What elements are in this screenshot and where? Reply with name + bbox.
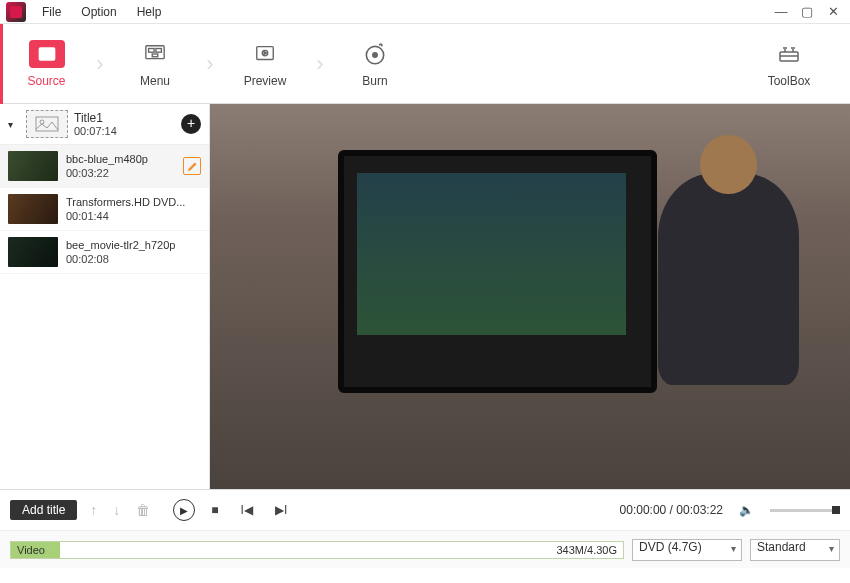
minimize-icon[interactable]: — [774, 5, 788, 19]
clip-thumbnail [8, 194, 58, 224]
next-button[interactable]: ▶I [269, 503, 293, 517]
bottom-bar: Video 343M/4.30G DVD (4.7G) Standard [0, 530, 850, 568]
time-current: 00:00:00 [620, 503, 667, 517]
tab-preview[interactable]: Preview [220, 24, 310, 104]
disc-capacity-bar: Video 343M/4.30G [10, 541, 624, 559]
tab-label: Menu [140, 74, 170, 88]
source-icon [29, 40, 65, 68]
chevron-right-icon: › [200, 24, 220, 104]
svg-rect-13 [36, 117, 58, 131]
preview-icon [247, 40, 283, 68]
svg-rect-3 [40, 54, 47, 55]
add-title-button[interactable]: Add title [10, 500, 77, 520]
title-text: Title1 00:07:14 [74, 111, 117, 137]
clip-duration: 00:02:08 [66, 253, 175, 265]
time-total: 00:03:22 [676, 503, 723, 517]
clip-name: Transformers.HD DVD... [66, 196, 185, 208]
chevron-right-icon: › [90, 24, 110, 104]
delete-icon[interactable]: 🗑 [133, 502, 153, 518]
clip-thumbnail [8, 151, 58, 181]
svg-rect-6 [156, 48, 162, 52]
disc-type-select[interactable]: DVD (4.7G) [632, 539, 742, 561]
clip-row[interactable]: bbc-blue_m480p 00:03:22 [0, 145, 209, 188]
svg-rect-1 [40, 49, 50, 50]
title-name: Title1 [74, 111, 117, 125]
clip-name: bee_movie-tlr2_h720p [66, 239, 175, 251]
svg-point-11 [373, 52, 377, 56]
svg-rect-2 [40, 52, 50, 53]
clip-name: bbc-blue_m480p [66, 153, 148, 165]
tab-burn[interactable]: Burn [330, 24, 420, 104]
menu-help[interactable]: Help [127, 0, 172, 24]
track-type-label: Video [17, 544, 45, 556]
volume-icon[interactable]: 🔈 [733, 503, 760, 517]
svg-rect-5 [149, 48, 155, 52]
add-clip-button[interactable]: + [181, 114, 201, 134]
clip-duration: 00:01:44 [66, 210, 185, 222]
move-up-icon[interactable]: ↑ [87, 502, 100, 518]
preview-frame [210, 104, 850, 489]
chevron-right-icon: › [310, 24, 330, 104]
toolbox-icon [771, 40, 807, 68]
main-area: ▾ Title1 00:07:14 + bbc-blue_m480p 00:03… [0, 104, 850, 490]
menu-file[interactable]: File [32, 0, 71, 24]
prev-button[interactable]: I◀ [235, 503, 259, 517]
app-logo [6, 2, 26, 22]
tab-label: Burn [362, 74, 387, 88]
tab-label: Source [27, 74, 65, 88]
time-display: 00:00:00 / 00:03:22 [620, 503, 723, 517]
tab-source[interactable]: Source [0, 24, 90, 104]
tab-toolbox[interactable]: ToolBox [744, 24, 834, 104]
collapse-icon[interactable]: ▾ [8, 119, 20, 130]
clip-thumbnail [8, 237, 58, 267]
clip-duration: 00:03:22 [66, 167, 148, 179]
stop-button[interactable]: ■ [205, 503, 224, 517]
tab-label: Preview [244, 74, 287, 88]
title-row[interactable]: ▾ Title1 00:07:14 + [0, 104, 209, 145]
menu-layout-icon [137, 40, 173, 68]
sidebar: ▾ Title1 00:07:14 + bbc-blue_m480p 00:03… [0, 104, 210, 489]
svg-rect-7 [152, 54, 158, 57]
title-duration: 00:07:14 [74, 125, 117, 137]
close-icon[interactable]: ✕ [826, 5, 840, 19]
maximize-icon[interactable]: ▢ [800, 5, 814, 19]
clip-row[interactable]: Transformers.HD DVD... 00:01:44 [0, 188, 209, 231]
controls-bar: Add title ↑ ↓ 🗑 ▶ ■ I◀ ▶I 00:00:00 / 00:… [0, 490, 850, 530]
clip-row[interactable]: bee_movie-tlr2_h720p 00:02:08 [0, 231, 209, 274]
toolbar: Source › Menu › Preview › Burn ToolBox [0, 24, 850, 104]
window-controls: — ▢ ✕ [774, 5, 850, 19]
preview-pane[interactable] [210, 104, 850, 489]
burn-icon [357, 40, 393, 68]
volume-slider[interactable] [770, 509, 840, 512]
tab-label: ToolBox [768, 74, 811, 88]
quality-select[interactable]: Standard [750, 539, 840, 561]
size-label: 343M/4.30G [556, 544, 617, 556]
title-thumbnail [26, 110, 68, 138]
move-down-icon[interactable]: ↓ [110, 502, 123, 518]
edit-clip-button[interactable] [183, 157, 201, 175]
titlebar: File Option Help — ▢ ✕ [0, 0, 850, 24]
svg-rect-0 [38, 47, 55, 60]
play-button[interactable]: ▶ [173, 499, 195, 521]
menu-option[interactable]: Option [71, 0, 126, 24]
tab-menu[interactable]: Menu [110, 24, 200, 104]
